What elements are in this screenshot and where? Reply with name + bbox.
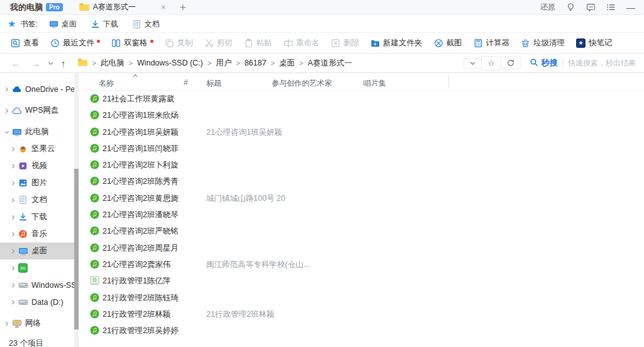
file-row[interactable]: 21行政管理2班吴婷婷 <box>85 322 644 339</box>
restore-button[interactable]: 还原 <box>540 2 555 13</box>
minimize-button[interactable]: — <box>626 3 635 13</box>
file-name[interactable]: 21心理咨询1班吴妍颖 <box>103 127 179 138</box>
toolbar-calculator-button[interactable]: 计算器 <box>468 35 516 52</box>
breadcrumb-item[interactable]: 此电脑 <box>101 58 125 69</box>
file-name[interactable]: 21心理咨询2班严晓铭 <box>103 226 179 237</box>
chevron-right-icon[interactable] <box>3 321 11 326</box>
chevron-right-icon[interactable] <box>9 249 18 254</box>
chevron-right-icon[interactable] <box>9 266 18 271</box>
toolbar-view-button[interactable]: 查看 <box>5 35 45 52</box>
file-name[interactable]: 21心理咨询2班周星月 <box>103 243 179 254</box>
history-dropdown-icon[interactable] <box>45 60 56 66</box>
sidebar-item-OneDrive - Pers[interactable]: OneDrive - Pers <box>0 81 74 98</box>
file-row[interactable]: 21心理咨询1班来欣炀 <box>85 107 644 123</box>
breadcrumb-item[interactable]: 用户 <box>216 58 231 69</box>
sidebar-item-桌面[interactable]: 桌面 <box>0 242 74 259</box>
file-name[interactable]: 21社会工作班黄露葳 <box>103 94 174 105</box>
chevron-right-icon[interactable] <box>9 232 18 237</box>
sidebar-item-Windows-SSD[interactable]: Windows-SSD <box>0 276 74 293</box>
sidebar-item-app[interactable]: im <box>0 259 74 276</box>
menu-list-icon[interactable] <box>606 3 616 12</box>
search-input[interactable] <box>568 59 637 67</box>
sidebar-item-文档[interactable]: 文档 <box>0 191 74 208</box>
search-box[interactable]: 秒搜 <box>530 57 638 69</box>
chevron-right-icon[interactable] <box>9 215 18 220</box>
tab-close-icon[interactable]: × <box>158 3 169 12</box>
chevron-right-icon[interactable] <box>9 198 18 203</box>
new-tab-button[interactable]: + <box>180 2 186 13</box>
chevron-right-icon[interactable] <box>9 164 18 169</box>
column-header[interactable]: 名称 <box>99 78 114 89</box>
chevron-right-icon[interactable] <box>3 87 11 92</box>
chevron-right-icon[interactable] <box>9 283 18 288</box>
lightbulb-icon[interactable] <box>566 3 575 12</box>
file-row[interactable]: 21心理咨询2班卜利旋 <box>85 157 644 173</box>
column-header[interactable]: 标题 <box>206 78 221 89</box>
bookmark-item[interactable]: 桌面 <box>44 18 82 31</box>
toolbar-screenshot-button[interactable]: 截图 <box>428 35 468 52</box>
favorite-star-icon[interactable]: ☆ <box>481 56 501 71</box>
chevron-down-icon[interactable] <box>3 130 11 135</box>
file-row[interactable]: 21行政管理2班陈钰琦 <box>85 290 644 306</box>
file-name[interactable]: 21心理咨询1班来欣炀 <box>103 110 179 121</box>
chevron-right-icon[interactable] <box>9 181 18 186</box>
breadcrumb-item[interactable]: A赛道形式一 <box>308 58 352 69</box>
sidebar-scrollbar-thumb[interactable] <box>74 169 79 329</box>
file-name[interactable]: 21心理咨询2班卜利旋 <box>103 160 179 171</box>
file-name[interactable]: 21行政管理2班吴婷婷 <box>103 326 179 336</box>
sidebar-item-下载[interactable]: 下载 <box>0 208 74 225</box>
breadcrumb-item[interactable]: 桌面 <box>279 58 295 69</box>
sidebar-item-WPS网盘[interactable]: WPS网盘 <box>0 102 74 119</box>
file-row[interactable]: 21心理咨询1班闫晓菲 <box>85 140 644 157</box>
sidebar-item-此电脑[interactable]: 此电脑 <box>0 123 74 140</box>
sidebar-item-图片[interactable]: 图片 <box>0 174 74 191</box>
chevron-right-icon[interactable] <box>3 108 11 113</box>
bookmark-item[interactable]: 文档 <box>127 18 165 31</box>
toolbar-recent-button[interactable]: 最近文件 <box>45 35 106 52</box>
file-name[interactable]: 21行政管理2班陈钰琦 <box>103 293 179 304</box>
file-name[interactable]: 21行政管理1陈亿萍 <box>103 276 170 287</box>
column-header[interactable]: 参与创作的艺术家 <box>272 78 332 89</box>
sidebar-item-Data (D:)[interactable]: Data (D:) <box>0 293 74 310</box>
sidebar-item-网络[interactable]: 网络 <box>0 315 74 332</box>
toolbar-dual-pane-button[interactable]: 双窗格 <box>106 35 159 52</box>
file-name[interactable]: 21心理咨询2班潘晓琴 <box>103 210 179 220</box>
file-name[interactable]: 21心理咨询2班黄思旖 <box>103 193 179 204</box>
toolbar-clean-button[interactable]: 垃圾清理 <box>515 35 570 52</box>
file-row[interactable]: 21心理咨询2班黄思旖城门镇城山路100号 20 <box>85 190 644 207</box>
breadcrumb-item[interactable]: 86187 <box>245 59 267 67</box>
file-row[interactable]: 21心理咨询2班周星月 <box>85 240 644 256</box>
up-icon[interactable]: ↑ <box>56 58 71 69</box>
sidebar-item-视频[interactable]: 视频 <box>0 157 74 174</box>
file-row[interactable]: 21行政管理1陈亿萍 <box>85 273 644 289</box>
sort-ascending-icon[interactable] <box>133 74 138 77</box>
column-separator[interactable] <box>448 76 449 88</box>
back-icon[interactable]: ← <box>6 58 26 69</box>
file-row[interactable]: 21心理咨询1班吴妍颖21心理咨询1班吴妍颖 <box>85 124 644 140</box>
refresh-icon[interactable] <box>501 57 521 69</box>
file-row[interactable]: 21心理咨询2班严晓铭 <box>85 223 644 239</box>
file-row[interactable]: 21心理咨询2龚家伟闽江师范高等专科学校(仓山... <box>85 256 644 273</box>
file-name[interactable]: 21心理咨询1班闫晓菲 <box>103 144 179 154</box>
file-row[interactable]: 21心理咨询2班陈秀青 <box>85 173 644 190</box>
toolbar-new-folder-button[interactable]: 新建文件夹 <box>365 35 428 52</box>
file-row[interactable]: 21行政管理2班林颖21行政管理2班林颖 <box>85 306 644 322</box>
file-name[interactable]: 21心理咨询2班陈秀青 <box>103 176 179 187</box>
forward-icon[interactable]: → <box>26 58 45 69</box>
file-name[interactable]: 21行政管理2班林颖 <box>103 309 170 320</box>
bookmark-item[interactable]: 下载 <box>86 18 123 31</box>
column-header[interactable]: # <box>184 78 188 87</box>
sidebar-item-音乐[interactable]: 音乐 <box>0 225 74 242</box>
toolbar-quick-note-button[interactable]: ★快笔记 <box>570 35 618 52</box>
breadcrumb-item[interactable]: Windows-SSD (C:) <box>137 59 203 67</box>
feedback-message-icon[interactable] <box>586 3 596 12</box>
file-name[interactable]: 21心理咨询2龚家伟 <box>103 259 170 270</box>
chevron-right-icon[interactable] <box>9 300 18 305</box>
sidebar-item-坚果云[interactable]: 坚果云 <box>0 140 74 157</box>
column-header[interactable]: 唱片集 <box>364 78 386 89</box>
file-row[interactable]: 21心理咨询2班潘晓琴 <box>85 207 644 223</box>
tab-current-folder[interactable]: A赛道形式一 × <box>77 0 171 15</box>
file-row[interactable]: 21社会工作班黄露葳 <box>85 91 644 107</box>
chevron-right-icon[interactable] <box>9 147 18 152</box>
address-dropdown-icon[interactable] <box>464 58 481 69</box>
